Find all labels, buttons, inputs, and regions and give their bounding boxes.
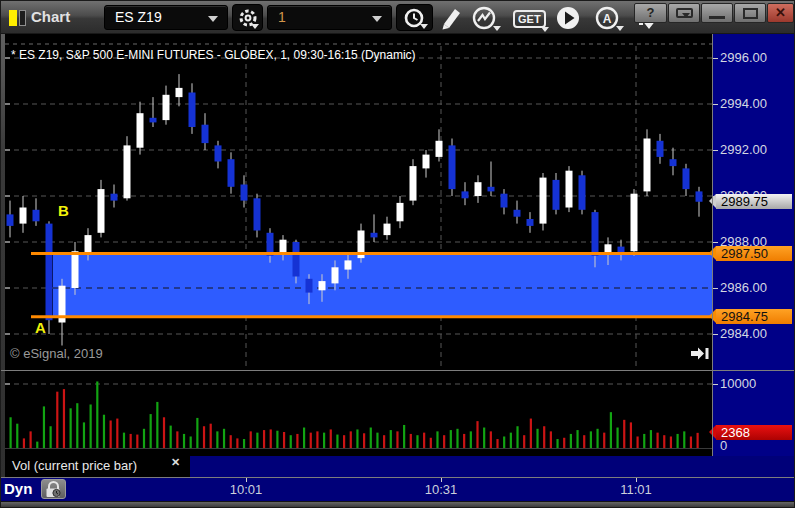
- volume-bar: [396, 431, 398, 448]
- candle: [163, 95, 170, 120]
- play-icon: [555, 5, 581, 31]
- price-pane[interactable]: * ES Z19, S&P 500 E-MINI FUTURES - GLOBE…: [5, 34, 713, 370]
- draw-tool-button[interactable]: [438, 5, 464, 31]
- volume-bar: [170, 426, 172, 448]
- candle: [111, 194, 118, 201]
- link-indicator-icon[interactable]: [9, 10, 17, 26]
- close-icon: ✕: [775, 5, 786, 20]
- pencil-icon: [438, 5, 464, 31]
- volume-pane[interactable]: [5, 371, 713, 456]
- candle: [7, 214, 14, 226]
- lock-timeframe-button[interactable]: [41, 479, 66, 499]
- pane-separator[interactable]: [1, 370, 795, 371]
- get-data-button[interactable]: GET: [513, 5, 553, 31]
- candle: [683, 168, 690, 189]
- current-volume-tag: 2368: [716, 425, 792, 440]
- volume-axis[interactable]: 1000002368: [713, 371, 794, 456]
- studies-button[interactable]: [471, 5, 503, 31]
- lock-clock-icon: [42, 480, 65, 498]
- volume-bar: [163, 417, 165, 448]
- volume-bar: [636, 436, 638, 448]
- zone-bottom-price-tag[interactable]: 2984.75: [716, 309, 792, 324]
- volume-bar: [650, 430, 652, 448]
- window-title: Chart: [31, 8, 70, 25]
- candle: [137, 113, 144, 148]
- volume-bar: [116, 419, 118, 448]
- axis-tick: [713, 150, 718, 151]
- volume-bar: [123, 433, 125, 448]
- volume-bar: [697, 433, 699, 448]
- volume-bar: [190, 436, 192, 448]
- volume-bar: [530, 419, 532, 448]
- minimize-icon: [709, 16, 725, 19]
- help-button[interactable]: ?: [634, 3, 667, 23]
- price-axis-label: 2992.00: [720, 142, 767, 158]
- dyn-mode-button[interactable]: Dyn: [4, 480, 32, 497]
- volume-bar: [583, 435, 585, 448]
- annotate-button[interactable]: A: [594, 5, 626, 31]
- axis-tick: [713, 384, 718, 385]
- close-study-icon[interactable]: ✕: [171, 456, 180, 469]
- goto-latest-button[interactable]: [689, 346, 711, 361]
- time-frame-button[interactable]: [396, 4, 433, 31]
- candle: [579, 175, 586, 210]
- axis-tick: [713, 288, 718, 289]
- volume-bar: [143, 429, 145, 448]
- dock-button[interactable]: [668, 3, 700, 23]
- chevron-down-icon: [372, 16, 382, 22]
- candle: [514, 210, 521, 217]
- volume-bar: [156, 402, 158, 448]
- volume-bar: [296, 434, 298, 448]
- get-icon: GET: [513, 10, 546, 28]
- volume-bar: [303, 428, 305, 448]
- symbol-dropdown[interactable]: ES Z19: [104, 5, 228, 30]
- symbol-value: ES Z19: [115, 9, 162, 25]
- candle: [540, 178, 547, 224]
- label-a[interactable]: A: [35, 319, 46, 336]
- candle: [254, 198, 261, 230]
- candle: [150, 118, 157, 123]
- candle: [410, 166, 417, 201]
- volume-bar: [596, 429, 598, 448]
- axis-border: [712, 34, 713, 456]
- chevron-down-icon: [616, 26, 624, 31]
- price-axis[interactable]: 2996.002994.002992.002990.002988.002986.…: [713, 34, 794, 370]
- interval-dropdown[interactable]: 1: [267, 5, 392, 30]
- label-b[interactable]: B: [58, 202, 69, 219]
- link-indicator-secondary-icon[interactable]: [19, 10, 26, 26]
- candle: [85, 235, 92, 253]
- candle: [475, 182, 482, 196]
- symbol-settings-button[interactable]: [232, 4, 263, 31]
- axis-tick: [713, 58, 718, 59]
- minimize-button[interactable]: [701, 3, 733, 23]
- candle: [124, 145, 131, 198]
- volume-bar: [83, 422, 85, 448]
- replay-play-button[interactable]: [555, 5, 581, 31]
- axis-tick: [713, 334, 718, 335]
- candle: [696, 191, 703, 201]
- time-axis-label: 11:01: [614, 482, 658, 497]
- volume-bar: [70, 408, 72, 448]
- volume-bar: [276, 431, 278, 448]
- volume-bar: [643, 434, 645, 448]
- zone-top-price-tag[interactable]: 2987.50: [716, 246, 792, 261]
- volume-bar: [456, 429, 458, 448]
- close-button[interactable]: ✕: [767, 3, 794, 23]
- volume-bar: [343, 435, 345, 448]
- candle: [228, 159, 235, 187]
- volume-bar: [30, 431, 32, 448]
- maximize-button[interactable]: [734, 3, 766, 23]
- volume-bar: [516, 426, 518, 448]
- volume-bar: [610, 412, 612, 448]
- chart-window: Chart ES Z19 1: [0, 0, 795, 508]
- volume-bar: [623, 420, 625, 448]
- candle: [241, 185, 248, 201]
- volume-bar: [563, 438, 565, 448]
- candle: [72, 251, 79, 288]
- candle: [527, 219, 534, 226]
- candle: [202, 125, 209, 143]
- volume-bar: [150, 414, 152, 448]
- study-label-row: Vol (current price bar) ✕: [5, 456, 794, 477]
- time-axis[interactable]: Dyn 10:0110:3111:01: [1, 478, 795, 501]
- volume-study-label-box[interactable]: Vol (current price bar) ✕: [5, 456, 190, 477]
